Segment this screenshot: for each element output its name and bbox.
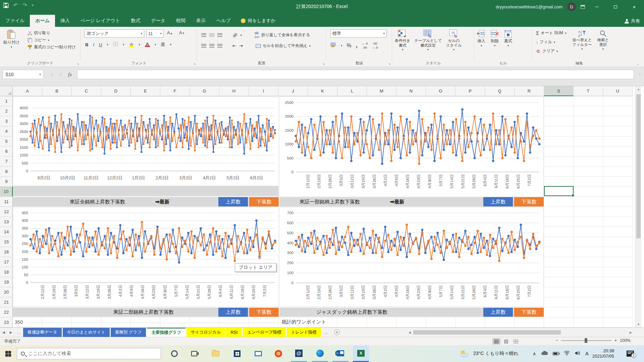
at-app-icon[interactable]: @ <box>291 345 307 362</box>
customize-qat-icon[interactable]: ▾ <box>32 3 34 7</box>
share-button[interactable]: 共有 <box>625 18 640 24</box>
sheet-next-icon[interactable]: ▶ <box>7 330 15 334</box>
column-header-J[interactable]: J <box>278 86 308 96</box>
phonetic-guide-button[interactable]: 亜 <box>161 42 165 48</box>
scroll-down-icon[interactable]: ▼ <box>635 323 642 326</box>
percent-style-button[interactable]: % <box>347 43 352 49</box>
row-header-3[interactable]: 3 <box>0 116 13 126</box>
horizontal-scroll-thumb[interactable] <box>413 330 561 335</box>
font-name-input[interactable]: 游ゴシック▾ <box>85 29 144 38</box>
cortana-icon[interactable] <box>166 345 182 362</box>
font-color-button[interactable]: A <box>145 42 150 47</box>
align-bottom-icon[interactable] <box>217 33 222 37</box>
maximize-button[interactable] <box>608 0 623 13</box>
account-email[interactable]: dryyourtearswithlove1@gmail.com <box>496 4 562 9</box>
tell-me-search[interactable]: 何をしますか <box>236 15 280 27</box>
row-header-12[interactable]: 12 <box>0 207 13 217</box>
tray-expand-icon[interactable]: ∧ <box>533 351 536 356</box>
align-right-icon[interactable] <box>217 44 222 48</box>
row-header-1[interactable]: 1 <box>0 96 13 106</box>
column-header-Q[interactable]: Q <box>485 86 515 96</box>
column-header-A[interactable]: A <box>13 86 42 96</box>
enter-icon[interactable]: ✓ <box>59 71 63 77</box>
sheet-tab-エンベロープ指標[interactable]: エンベロープ指標 <box>243 328 286 337</box>
find-select-button[interactable]: 検索と 選択▾ <box>597 29 609 51</box>
column-header-B[interactable]: B <box>42 86 72 96</box>
row-header-6[interactable]: 6 <box>0 146 13 157</box>
wifi-icon[interactable] <box>564 351 570 356</box>
sheet-tab-今日のまとめサイト[interactable]: 今日のまとめサイト <box>63 328 110 337</box>
battery-icon[interactable] <box>553 351 559 356</box>
align-middle-icon[interactable] <box>209 33 214 37</box>
down-count-button[interactable]: 下落数 <box>249 197 279 206</box>
borders-button[interactable] <box>113 42 118 48</box>
up-count-button[interactable]: 上昇数 <box>218 308 248 317</box>
row-header-15[interactable]: 15 <box>0 237 13 247</box>
column-header-R[interactable]: R <box>515 86 544 96</box>
row-header-9[interactable]: 9 <box>0 177 13 187</box>
excel-icon[interactable]: X <box>353 345 369 362</box>
new-sheet-button[interactable]: + <box>334 329 340 335</box>
save-icon[interactable] <box>3 3 9 8</box>
edge-icon[interactable] <box>312 345 328 362</box>
orientation-button[interactable]: ab <box>231 32 238 39</box>
ribbon-display-options-icon[interactable] <box>581 5 585 9</box>
paste-button[interactable]: 貼り付け▾ <box>3 29 20 49</box>
clock[interactable]: 20:392021/07/05 <box>592 345 614 362</box>
row-header-4[interactable]: 4 <box>0 126 13 136</box>
sheet-tab-株価診断データ[interactable]: 株価診断データ <box>23 328 62 337</box>
cut-button[interactable]: 切り取り <box>26 29 77 37</box>
format-as-table-button[interactable]: テーブルとして 書式設定▾ <box>414 29 442 51</box>
tab-formulas[interactable]: 数式 <box>125 15 146 27</box>
column-header-U[interactable]: U <box>603 86 633 96</box>
row-header-14[interactable]: 14 <box>0 227 13 237</box>
selected-cell-s10[interactable] <box>544 186 574 196</box>
fill-color-button[interactable] <box>129 43 134 47</box>
name-box[interactable]: S10▾ <box>3 70 44 79</box>
row-header-7[interactable]: 7 <box>0 157 13 167</box>
action-center[interactable]: 1 <box>627 345 634 362</box>
tab-home[interactable]: ホーム <box>30 15 55 27</box>
grow-font-button[interactable]: A▲ <box>167 30 173 35</box>
minimize-button[interactable] <box>590 0 604 13</box>
start-button[interactable] <box>0 345 16 362</box>
zoom-slider[interactable] <box>561 340 611 341</box>
chart-tse-all[interactable]: 050010001500200025003000350040009月2日10月2… <box>13 97 279 186</box>
collapse-ribbon-icon[interactable]: ⌄ <box>637 62 639 65</box>
row-header-18[interactable]: 18 <box>0 267 13 277</box>
tab-review[interactable]: 校閲 <box>171 15 191 27</box>
sheet-tab-主要指標グラフ[interactable]: 主要指標グラフ <box>147 328 185 337</box>
number-format-select[interactable]: 標準▾ <box>330 29 387 38</box>
chart-tse-first[interactable]: 050010001500200025002月12日2月19日2月26日3月5日3… <box>279 97 544 197</box>
redo-icon[interactable]: ↷ <box>22 2 27 8</box>
scroll-left-icon[interactable]: ◀ <box>407 331 413 334</box>
close-button[interactable]: × <box>627 0 641 13</box>
down-count-button[interactable]: 下落数 <box>249 308 279 317</box>
column-header-M[interactable]: M <box>367 86 396 96</box>
insert-function-icon[interactable]: fx <box>68 72 72 77</box>
comma-style-button[interactable]: , <box>356 42 358 49</box>
row-header-13[interactable]: 13 <box>0 217 13 227</box>
delete-cells-button[interactable]: 削除▾ <box>490 29 499 47</box>
sheet-tab-業種別 グラフ[interactable]: 業種別 グラフ <box>111 328 146 337</box>
sheet-prev-icon[interactable]: ◀ <box>0 330 7 334</box>
bold-button[interactable]: B <box>85 42 88 47</box>
merge-center-button[interactable]: セルを結合して中央揃え▾ <box>254 42 312 49</box>
sheet-more-left[interactable]: … <box>14 330 23 335</box>
up-count-button[interactable]: 上昇数 <box>218 197 248 206</box>
up-count-button[interactable]: 上昇数 <box>483 308 513 317</box>
alignment-dialog-launcher-icon[interactable]: ↘ <box>322 62 325 65</box>
account-avatar[interactable]: D <box>567 2 576 11</box>
down-count-button[interactable]: 下落数 <box>514 308 544 317</box>
increase-decimal-button[interactable]: ←.0 .00 <box>362 42 368 50</box>
format-cells-button[interactable]: 書式▾ <box>504 29 513 47</box>
align-left-icon[interactable] <box>201 44 206 48</box>
row-header-10[interactable]: 10 <box>0 187 13 197</box>
sort-filter-button[interactable]: AZ 並べ替えと フィルター▾ <box>572 29 592 51</box>
wrap-text-button[interactable]: abc↩折り返して全体を表示する <box>253 30 311 40</box>
row-header-21[interactable]: 21 <box>0 297 13 307</box>
scroll-right-icon[interactable]: ▶ <box>628 331 633 334</box>
row-header-17[interactable]: 17 <box>0 257 13 267</box>
page-break-view-icon[interactable] <box>512 338 520 345</box>
format-painter-button[interactable]: 書式のコピー/貼り付け <box>26 44 77 51</box>
